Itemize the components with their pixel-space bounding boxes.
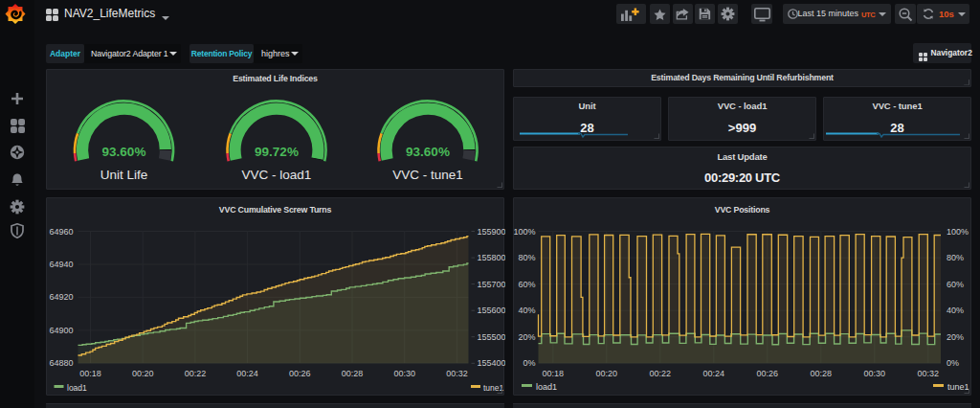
svg-text:60%: 60% — [518, 279, 535, 288]
svg-text:00:18: 00:18 — [79, 369, 101, 378]
svg-text:tune1: tune1 — [947, 382, 969, 392]
svg-text:00:26: 00:26 — [289, 369, 311, 378]
svg-text:00:30: 00:30 — [393, 369, 415, 378]
svg-text:00:32: 00:32 — [918, 369, 940, 378]
svg-text:80%: 80% — [947, 253, 964, 262]
svg-text:64920: 64920 — [49, 292, 73, 302]
svg-text:00:28: 00:28 — [341, 369, 363, 378]
svg-text:155600: 155600 — [477, 306, 505, 315]
svg-text:20%: 20% — [947, 331, 964, 341]
svg-text:155900: 155900 — [477, 226, 505, 236]
svg-text:155800: 155800 — [477, 253, 505, 262]
svg-text:00:22: 00:22 — [650, 369, 672, 378]
svg-text:00:20: 00:20 — [596, 369, 618, 378]
svg-text:load1: load1 — [536, 382, 557, 392]
svg-text:155500: 155500 — [477, 331, 505, 341]
svg-text:00:22: 00:22 — [184, 369, 206, 378]
svg-text:99.72%: 99.72% — [255, 145, 299, 159]
svg-text:40%: 40% — [947, 306, 964, 315]
svg-text:100%: 100% — [947, 226, 969, 236]
svg-text:00:32: 00:32 — [446, 369, 468, 378]
svg-text:40%: 40% — [518, 306, 535, 315]
svg-text:64960: 64960 — [49, 226, 73, 236]
svg-text:100%: 100% — [514, 226, 536, 236]
svg-text:80%: 80% — [518, 253, 535, 262]
svg-text:VVC - load1: VVC - load1 — [241, 168, 311, 182]
svg-text:load1: load1 — [67, 383, 87, 393]
svg-text:64880: 64880 — [49, 358, 73, 368]
svg-text:93.60%: 93.60% — [101, 145, 145, 159]
svg-text:00:18: 00:18 — [543, 369, 565, 378]
svg-text:20%: 20% — [518, 331, 535, 341]
svg-text:00:26: 00:26 — [757, 369, 779, 378]
svg-text:00:28: 00:28 — [811, 369, 833, 378]
svg-text:VVC - tune1: VVC - tune1 — [392, 168, 463, 182]
svg-text:64900: 64900 — [49, 325, 73, 334]
svg-text:60%: 60% — [947, 279, 964, 288]
svg-text:155700: 155700 — [477, 279, 505, 288]
svg-text:00:20: 00:20 — [131, 369, 153, 378]
svg-text:00:24: 00:24 — [236, 369, 258, 378]
svg-text:155400: 155400 — [477, 358, 505, 368]
svg-text:0%: 0% — [523, 358, 535, 368]
svg-text:64940: 64940 — [49, 260, 73, 269]
svg-text:0%: 0% — [947, 358, 959, 368]
svg-text:00:30: 00:30 — [864, 369, 886, 378]
svg-text:Unit Life: Unit Life — [100, 168, 147, 182]
svg-text:00:24: 00:24 — [703, 369, 725, 378]
svg-text:93.60%: 93.60% — [406, 145, 450, 159]
